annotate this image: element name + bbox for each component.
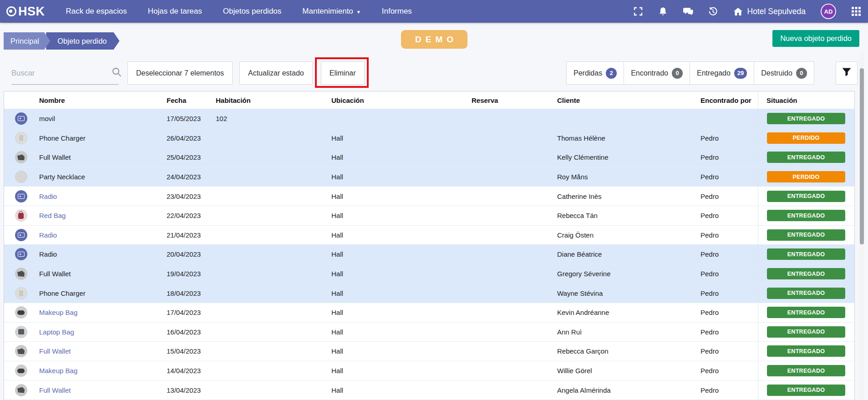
- necklace-icon: [15, 171, 27, 183]
- table-row[interactable]: Full Wallet 13/04/2023 Hall Angela Almér…: [4, 380, 854, 400]
- header-encontrado-por[interactable]: Encontrado por: [700, 96, 758, 104]
- hotel-selector[interactable]: Hotel Sepulveda: [733, 6, 806, 16]
- history-icon[interactable]: [708, 6, 718, 16]
- client-cell: Rebecca Garçon: [556, 347, 700, 355]
- status-badge: ENTREGADO: [767, 365, 845, 376]
- hsk-logo-icon: [6, 6, 16, 16]
- image-placeholder-icon: [15, 248, 27, 260]
- filter-entregado[interactable]: Entregado 29: [690, 61, 754, 85]
- object-name[interactable]: Full Wallet: [38, 347, 166, 355]
- top-navbar: HSK Rack de espacios Hojas de tareas Obj…: [0, 0, 868, 23]
- nav-item-rack-de-espacios[interactable]: Rack de espacios: [66, 7, 127, 16]
- filter-destruido[interactable]: Destruido 0: [754, 61, 814, 85]
- image-placeholder-icon: [15, 112, 27, 125]
- table-row[interactable]: Full Wallet 25/04/2023 Hall Kelly Clémen…: [4, 148, 854, 167]
- location-cell: Hall: [330, 153, 471, 161]
- status-cell: ENTREGADO: [758, 226, 854, 245]
- header-cliente[interactable]: Cliente: [556, 96, 700, 104]
- status-cell: ENTREGADO: [758, 264, 854, 284]
- table-row[interactable]: Party Necklace 24/04/2023 Hall Roy Måns …: [4, 167, 854, 187]
- makeup-bag-icon: [15, 306, 27, 319]
- found-by-cell: Pedro: [700, 134, 758, 142]
- laptop-bag-icon: [15, 326, 27, 338]
- table-row[interactable]: Phone Charger 18/04/2023 Hall Wayne Stév…: [4, 284, 854, 303]
- client-cell: Gregory Séverine: [556, 270, 700, 278]
- object-name[interactable]: Makeup Bag: [38, 309, 166, 316]
- object-name[interactable]: Radio: [38, 231, 166, 239]
- table-row[interactable]: Red Bag 22/04/2023 Hall Rebecca Tán Pedr…: [4, 206, 854, 226]
- filter-encontrado[interactable]: Encontrado 0: [624, 61, 690, 85]
- location-cell: Hall: [330, 347, 471, 355]
- table-row[interactable]: movil 17/05/2023 102 ENTREGADO: [4, 109, 854, 129]
- table-row[interactable]: Full Wallet 19/04/2023 Hall Gregory Séve…: [4, 264, 854, 284]
- bulk-actions: Deseleccionar 7 elementos Actualizar est…: [127, 61, 365, 85]
- object-name[interactable]: Laptop Bag: [38, 328, 166, 336]
- chevron-down-icon: ▼: [356, 10, 361, 15]
- object-name[interactable]: Makeup Bag: [38, 367, 166, 375]
- found-by-cell: Pedro: [700, 386, 758, 394]
- header-situacion[interactable]: Situación: [758, 91, 854, 109]
- object-name[interactable]: Party Necklace: [38, 173, 166, 181]
- bell-icon[interactable]: [658, 6, 668, 16]
- search-icon: [112, 67, 122, 79]
- table-row[interactable]: Radio 21/04/2023 Hall Craig Östen Pedro …: [4, 226, 854, 245]
- object-name[interactable]: Phone Charger: [38, 289, 166, 297]
- object-name[interactable]: Radio: [38, 250, 166, 258]
- chat-icon[interactable]: [683, 6, 693, 16]
- nav-item-hojas-de-tareas[interactable]: Hojas de tareas: [148, 7, 202, 16]
- date-cell: 18/04/2023: [166, 289, 215, 297]
- object-icon-cell: [4, 190, 38, 203]
- client-cell: Roy Måns: [556, 173, 700, 181]
- new-lost-object-button[interactable]: Nueva objeto perdido: [772, 30, 859, 47]
- table-row[interactable]: Makeup Bag 14/04/2023 Hall Willie Görel …: [4, 361, 854, 381]
- object-name[interactable]: movil: [38, 115, 166, 122]
- object-name[interactable]: Red Bag: [38, 212, 166, 219]
- client-cell: Kevin Andréanne: [556, 309, 700, 316]
- apps-grid-icon[interactable]: [851, 6, 861, 16]
- destruido-count-badge: 0: [796, 68, 807, 79]
- nav-item-mantenimiento[interactable]: Mantenimiento ▼: [302, 7, 360, 16]
- table-row[interactable]: Makeup Bag 17/04/2023 Hall Kevin Andréan…: [4, 303, 854, 323]
- deselect-button[interactable]: Deseleccionar 7 elementos: [127, 61, 233, 85]
- found-by-cell: Pedro: [700, 347, 758, 355]
- header-reserva[interactable]: Reserva: [471, 96, 556, 104]
- object-name[interactable]: Full Wallet: [38, 153, 166, 161]
- object-name[interactable]: Full Wallet: [38, 386, 166, 394]
- table-row[interactable]: Phone Charger 26/04/2023 Hall Thomas Hél…: [4, 129, 854, 148]
- table-row[interactable]: Radio 20/04/2023 Hall Diane Béatrice Ped…: [4, 245, 854, 264]
- delete-button[interactable]: Eliminar: [321, 61, 365, 85]
- user-avatar[interactable]: AD: [821, 4, 836, 19]
- object-icon-cell: [4, 151, 38, 163]
- wallet-icon: [15, 151, 27, 163]
- breadcrumb-principal[interactable]: Principal: [4, 32, 50, 50]
- nav-item-informes[interactable]: Informes: [382, 7, 412, 16]
- header-nombre[interactable]: Nombre: [38, 96, 166, 104]
- table-row[interactable]: Radio 23/04/2023 Hall Catherine Inès Ped…: [4, 187, 854, 206]
- update-status-button[interactable]: Actualizar estado: [239, 61, 313, 85]
- home-icon: [733, 6, 743, 16]
- header-habitacion[interactable]: Habitación: [215, 96, 330, 104]
- hsk-logo[interactable]: HSK: [6, 5, 45, 19]
- filter-perdidas[interactable]: Perdidas 2: [566, 61, 624, 85]
- breadcrumb-bar: Principal Objeto perdido DEMO Nueva obje…: [0, 23, 868, 52]
- vertical-scrollbar-thumb[interactable]: [860, 68, 864, 244]
- object-name[interactable]: Full Wallet: [38, 270, 166, 278]
- found-by-cell: Pedro: [700, 309, 758, 316]
- wallet-icon: [15, 268, 27, 280]
- search-input[interactable]: [11, 69, 112, 77]
- date-cell: 23/04/2023: [166, 192, 215, 200]
- object-name[interactable]: Phone Charger: [38, 134, 166, 142]
- object-icon-cell: [4, 345, 38, 357]
- table-body: movil 17/05/2023 102 ENTREGADO Phone Cha…: [4, 109, 854, 400]
- object-icon-cell: [4, 229, 38, 241]
- header-fecha[interactable]: Fecha: [166, 96, 215, 104]
- table-row[interactable]: Laptop Bag 16/04/2023 Hall Ann Ruì Pedro…: [4, 323, 854, 342]
- nav-item-objetos-perdidos[interactable]: Objetos perdidos: [223, 7, 282, 16]
- header-ubicacion[interactable]: Ubicación: [330, 96, 471, 104]
- object-name[interactable]: Radio: [38, 192, 166, 200]
- fullscreen-icon[interactable]: [633, 6, 643, 16]
- breadcrumb-objeto-perdido[interactable]: Objeto perdido: [46, 32, 119, 50]
- main-nav: Rack de espacios Hojas de tareas Objetos…: [66, 7, 412, 16]
- table-row[interactable]: Full Wallet 15/04/2023 Hall Rebecca Garç…: [4, 342, 854, 361]
- filter-funnel-button[interactable]: [836, 61, 858, 85]
